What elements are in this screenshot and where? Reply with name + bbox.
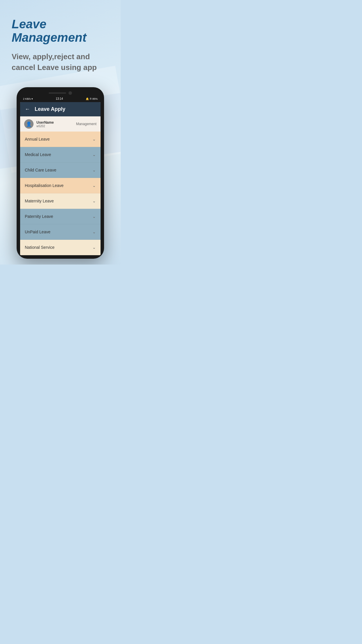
user-name: UserName [36,120,73,125]
phone-screen: ← Leave Apply 👤 UserName w5202 Managemen… [20,102,101,255]
user-info-row: 👤 UserName w5202 Management [20,116,101,132]
avatar-icon: 👤 [26,121,32,127]
leave-item-unpaid[interactable]: UnPaid Leave ⌄ [20,224,101,240]
camera-circle [68,91,72,95]
chevron-down-icon: ⌄ [92,183,96,188]
leave-item-medical[interactable]: Medical Leave ⌄ [20,147,101,162]
leave-item-childcare-label: Child Care Leave [25,168,56,172]
notch-bar [49,92,66,94]
phone-mockup: 2 KB/s ▾ 13:14 🔔 ® 85% ← Leave Apply 👤 [0,87,121,265]
status-left: 2 KB/s ▾ [23,97,33,100]
leave-item-national-service[interactable]: National Service ⌄ [20,240,101,255]
back-button[interactable]: ← [25,106,30,112]
leave-item-national-service-label: National Service [25,245,55,250]
page-subtitle: View, apply,reject and cancel Leave usin… [12,51,109,73]
content-top: Leave Management View, apply,reject and … [0,0,121,81]
status-bar: 2 KB/s ▾ 13:14 🔔 ® 85% [20,96,101,102]
chevron-down-icon: ⌄ [92,199,96,203]
leave-item-unpaid-label: UnPaid Leave [25,230,50,234]
leave-item-paternity[interactable]: Paternity Leave ⌄ [20,209,101,224]
chevron-down-icon: ⌄ [92,152,96,157]
page-wrapper: Leave Management View, apply,reject and … [0,0,121,265]
page-title: Leave Management [12,18,109,44]
leave-item-paternity-label: Paternity Leave [25,214,53,219]
chevron-down-icon: ⌄ [92,245,96,250]
phone-notch [20,91,101,96]
leave-item-childcare[interactable]: Child Care Leave ⌄ [20,162,101,178]
user-id: w5202 [36,125,73,128]
leave-item-maternity-label: Maternity Leave [25,199,54,203]
leave-item-maternity[interactable]: Maternity Leave ⌄ [20,193,101,209]
status-time: 13:14 [56,97,63,100]
phone-outer: 2 KB/s ▾ 13:14 🔔 ® 85% ← Leave Apply 👤 [17,87,104,259]
leave-item-medical-label: Medical Leave [25,152,51,157]
leave-item-hospitalisation-label: Hospitalisation Leave [25,183,64,188]
leave-item-annual-label: Annual Leave [25,137,50,141]
app-header-title: Leave Apply [35,106,65,112]
chevron-down-icon: ⌄ [92,230,96,234]
chevron-down-icon: ⌄ [92,214,96,219]
app-header: ← Leave Apply [20,102,101,116]
leave-item-annual[interactable]: Annual Leave ⌄ [20,132,101,147]
leave-list: Annual Leave ⌄ Medical Leave ⌄ Child Car… [20,132,101,255]
user-department: Management [76,122,96,126]
user-details: UserName w5202 [36,120,73,128]
chevron-down-icon: ⌄ [92,137,96,141]
leave-item-hospitalisation[interactable]: Hospitalisation Leave ⌄ [20,178,101,193]
status-right: 🔔 ® 85% [86,97,98,100]
avatar: 👤 [24,119,34,129]
chevron-down-icon: ⌄ [92,168,96,172]
